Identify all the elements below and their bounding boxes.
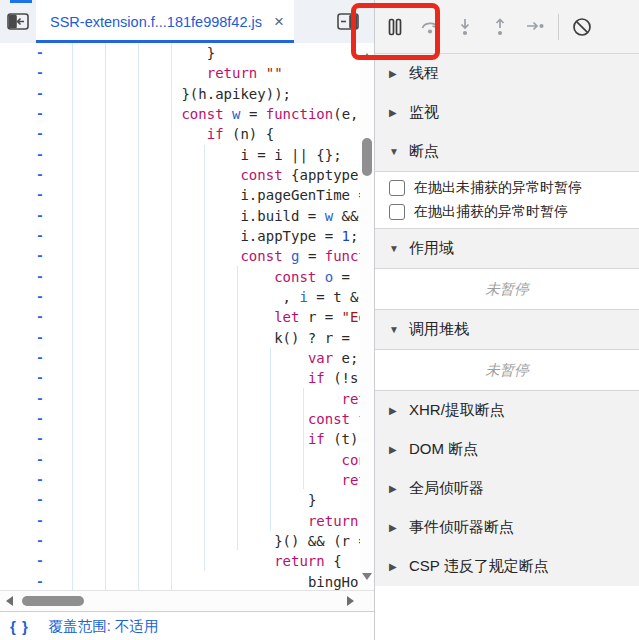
section-header-xhr-fetch-breakpoints[interactable]: ▶XHR/提取断点 [375,391,639,430]
triangle-right-icon: ▶ [389,107,400,118]
code-text: const g = funct [55,246,360,266]
checkbox-row[interactable]: 在抛出未捕获的异常时暂停 [375,176,639,200]
breakpoint-gutter[interactable]: - [0,490,55,510]
breakpoint-gutter[interactable]: - [0,287,55,307]
step-over-button[interactable] [418,15,442,39]
horizontal-scroll-thumb[interactable] [22,596,84,606]
breakpoint-gutter[interactable]: - [0,389,55,409]
code-line: - var e; [0,348,360,368]
section-label: DOM 断点 [409,440,478,459]
breakpoint-gutter[interactable]: - [0,246,55,266]
section-header-dom-breakpoints[interactable]: ▶DOM 断点 [375,430,639,469]
vertical-scrollbar[interactable] [360,43,374,590]
not-paused-placeholder: 未暂停 [375,268,639,310]
code-line: - i = i || {}; [0,145,360,165]
code-line: - ret [0,470,360,490]
code-line: - con [0,450,360,470]
section-header-csp-violation-breakpoints[interactable]: ▶CSP 违反了规定断点 [375,547,639,586]
pause-button[interactable] [383,15,407,39]
code-text: if (t) [55,429,358,449]
breakpoint-gutter[interactable]: - [0,551,55,571]
breakpoint-gutter[interactable]: - [0,531,55,551]
triangle-right-icon: ▶ [389,483,400,494]
checkbox[interactable] [389,180,405,196]
section-label: 调用堆栈 [409,320,469,339]
section-label: 作用域 [409,239,454,258]
section-header-call-stack[interactable]: ▼调用堆栈 [375,310,639,349]
tab-close-icon[interactable]: × [274,13,284,30]
not-paused-placeholder: 未暂停 [375,349,639,391]
breakpoint-gutter[interactable]: - [0,267,55,287]
breakpoint-gutter[interactable]: - [0,145,55,165]
code-line: - i.build = w && [0,206,360,226]
checkbox[interactable] [389,204,405,220]
debugger-toolbar [375,0,639,54]
navigator-toggle-button[interactable] [0,0,36,43]
code-line: - i.pageGenTime = [0,185,360,205]
section-header-scope[interactable]: ▼作用域 [375,229,639,268]
code-line: - const t [0,409,360,429]
scroll-down-arrow-icon[interactable] [362,573,372,580]
file-tab[interactable]: SSR-extension.f...181fe998f42.js × [36,0,294,43]
breakpoint-gutter[interactable]: - [0,206,55,226]
step-out-button[interactable] [488,15,512,39]
coverage-status-text: 覆盖范围: 不适用 [49,617,159,636]
step-into-icon [453,15,477,39]
breakpoint-gutter[interactable]: - [0,165,55,185]
scroll-right-arrow-icon[interactable] [347,596,354,606]
code-line: - k() ? r = " [0,328,360,348]
code-line: - }() && (r = [0,531,360,551]
curly-braces-format-icon[interactable]: { } [10,618,29,635]
section-label: 事件侦听器断点 [409,518,514,537]
breakpoint-gutter[interactable]: - [0,63,55,83]
deactivate-breakpoints-button[interactable] [570,15,594,39]
breakpoint-gutter[interactable]: - [0,124,55,144]
code-text: }(h.apikey)); [55,84,291,104]
step-icon [523,15,547,39]
debugger-sidebar: ▶线程▶监视▼断点在抛出未捕获的异常时暂停在抛出捕获的异常时暂停▼作用域未暂停▼… [374,0,639,640]
breakpoint-gutter[interactable]: - [0,84,55,104]
breakpoint-gutter[interactable]: - [0,511,55,531]
scroll-left-arrow-icon[interactable] [6,596,13,606]
breakpoint-gutter[interactable]: - [0,104,55,124]
section-header-threads[interactable]: ▶线程 [375,54,639,93]
triangle-down-icon: ▼ [389,146,400,157]
breakpoint-gutter[interactable]: - [0,368,55,388]
section-header-global-listeners[interactable]: ▶全局侦听器 [375,469,639,508]
step-button[interactable] [523,15,547,39]
breakpoint-gutter[interactable]: - [0,450,55,470]
checkbox-row[interactable]: 在抛出捕获的异常时暂停 [375,200,639,224]
vertical-scroll-thumb[interactable] [362,138,372,176]
breakpoint-gutter[interactable]: - [0,348,55,368]
code-line: - const w = function(e, t [0,104,360,124]
section-header-breakpoints[interactable]: ▼断点 [375,132,639,171]
triangle-down-icon: ▼ [389,324,400,335]
breakpoint-gutter[interactable]: - [0,470,55,490]
horizontal-scrollbar[interactable] [0,590,374,611]
code-text: con [55,450,360,470]
code-text: } [55,43,215,63]
breakpoint-gutter[interactable]: - [0,409,55,429]
triangle-down-icon: ▼ [389,243,400,254]
sidebar-filler [375,586,639,640]
breakpoint-gutter[interactable]: - [0,429,55,449]
code-line: - return "" [0,63,360,83]
section-header-event-listener-breakpoints[interactable]: ▶事件侦听器断点 [375,508,639,547]
section-header-watch[interactable]: ▶监视 [375,93,639,132]
breakpoint-gutter[interactable]: - [0,572,55,590]
breakpoint-gutter[interactable]: - [0,226,55,246]
step-into-button[interactable] [453,15,477,39]
breakpoint-gutter[interactable]: - [0,43,55,63]
section-label: 监视 [409,103,439,122]
code-editor[interactable]: - }- return ""- }(h.apikey));- const w =… [0,43,374,590]
breakpoint-gutter[interactable]: - [0,185,55,205]
code-text: bingHor [55,572,360,590]
code-text: const {apptype: [55,165,360,185]
section-content-breakpoints: 在抛出未捕获的异常时暂停在抛出捕获的异常时暂停 [375,171,639,229]
breakpoint-gutter[interactable]: - [0,328,55,348]
scroll-up-arrow-icon[interactable] [362,53,372,60]
section-label: 断点 [409,142,439,161]
breakpoint-gutter[interactable]: - [0,307,55,327]
triangle-right-icon: ▶ [389,561,400,572]
debugger-sidebar-toggle-button[interactable] [330,0,366,43]
